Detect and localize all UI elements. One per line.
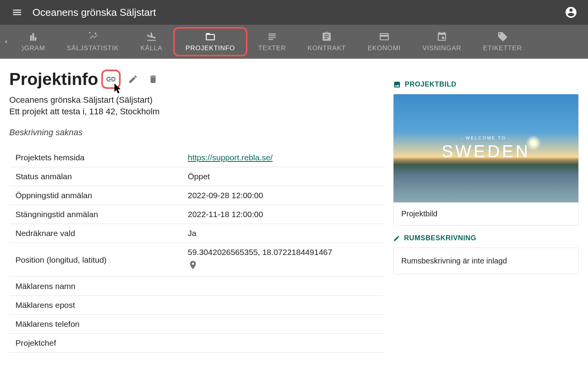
info-value: 2022-11-18 12:00:00 [182,205,384,224]
projektbild-header: PROJEKTBILD [393,80,579,88]
table-row: Projektets hemsidahttps://support.rebla.… [9,148,384,167]
title-actions [101,70,161,89]
delete-button[interactable] [145,71,161,87]
trash-icon [148,74,158,84]
info-value [182,315,384,334]
tab-label: )GRAM [22,44,45,52]
info-label: Stängningstid anmälan [9,205,182,224]
tab-ekonomi[interactable]: EKONOMI [357,27,412,56]
project-image: - WELCOME TO - SWEDEN [394,94,578,202]
info-table: Projektets hemsidahttps://support.rebla.… [9,148,384,353]
info-link[interactable]: https://support.rebla.se/ [188,153,273,162]
info-label: Mäklarens namn [9,277,182,296]
page-title-row: Projektinfo [9,70,384,89]
main-column: Projektinfo Oceanens grönska Säljstart (… [9,70,384,353]
content-area: Projektinfo Oceanens grönska Säljstart (… [0,59,588,353]
subject-icon [267,31,278,42]
tab-label: PROJEKTINFO [186,44,235,52]
insights-icon [87,31,98,42]
tab-saljstatistik[interactable]: SÄLJSTATISTIK [56,27,130,56]
label-icon [497,31,508,42]
table-row: Stängningstid anmälan2022-11-18 12:00:00 [9,205,384,224]
tab-label: KÄLLA [140,44,162,52]
position-text: 59.3042026565355, 18.0722184491467 [188,248,378,257]
table-row: Mäklarens namn [9,277,384,296]
image-icon [393,81,401,88]
table-row: Öppningstid anmälan2022-09-28 12:00:00 [9,186,384,205]
rumsbeskrivning-header-text: RUMSBESKRIVNING [404,234,476,242]
info-label: Projektets hemsida [9,148,182,167]
map-marker-button[interactable] [188,258,378,272]
cursor-indicator [114,83,124,97]
info-label: Öppningstid anmälan [9,186,182,205]
event-icon [436,31,447,42]
info-label: Nedräknare vald [9,224,182,243]
tab-etiketter[interactable]: ETIKETTER [472,27,533,56]
flight-land-icon [146,31,157,42]
chevron-left-icon [3,39,9,45]
bar-chart-icon [28,31,39,42]
pencil-icon [393,235,400,242]
project-address: Ett projekt att testa i, 118 42, Stockho… [9,107,384,117]
rumsbeskrivning-section: RUMSBESKRIVNING Rumsbeskrivning är inte … [393,234,579,274]
tab-label: KONTRAKT [308,44,346,52]
table-row: Position (longitud, latitud)59.304202656… [9,243,384,277]
info-value [182,277,384,296]
tab-kalla[interactable]: KÄLLA [130,27,173,56]
tab-label: ETIKETTER [483,44,522,52]
projektbild-header-text: PROJEKTBILD [405,80,457,88]
rumsbeskrivning-card[interactable]: Rumsbeskrivning är inte inlagd [393,248,579,274]
tab-label: VISNINGAR [423,44,462,52]
map-marker-icon [188,260,198,270]
menu-icon [12,7,22,18]
table-row: Mäklarens epost [9,296,384,315]
table-row: Mäklarens telefon [9,315,384,334]
credit-card-icon [379,31,390,42]
table-row: Projektchef [9,334,384,353]
link-button[interactable] [101,70,121,89]
info-label: Mäklarens telefon [9,315,182,334]
side-column: PROJEKTBILD - WELCOME TO - SWEDEN Projek… [393,70,579,353]
info-value: Öppet [182,167,384,186]
app-bar: Oceanens grönska Säljstart [0,0,588,25]
tab-projektinfo[interactable]: PROJEKTINFO [173,27,247,56]
scroll-left-button[interactable] [2,36,11,47]
tab-label: TEXTER [258,44,286,52]
info-label: Position (longitud, latitud) [9,243,182,277]
app-title: Oceanens grönska Säljstart [32,7,156,19]
info-value: 59.3042026565355, 18.0722184491467 [182,243,384,277]
info-value: https://support.rebla.se/ [182,148,384,167]
projektbild-card[interactable]: - WELCOME TO - SWEDEN Projektbild [393,94,579,226]
menu-button[interactable] [8,3,26,22]
info-label: Status anmälan [9,167,182,186]
account-button[interactable] [562,3,580,22]
tab-visningar[interactable]: VISNINGAR [412,27,472,56]
tab-texter[interactable]: TEXTER [247,27,297,56]
tab-label: SÄLJSTATISTIK [67,44,119,52]
info-label: Projektchef [9,334,182,353]
projektbild-section: PROJEKTBILD - WELCOME TO - SWEDEN Projek… [393,80,579,226]
tab-kontrakt[interactable]: KONTRAKT [297,27,357,56]
project-name: Oceanens grönska Säljstart (Säljstart) [9,95,384,105]
tab-bar: )GRAM SÄLJSTATISTIK KÄLLA PROJEKTINFO TE… [0,25,588,59]
info-value: 2022-09-28 12:00:00 [182,186,384,205]
table-row: Nedräknare valdJa [9,224,384,243]
pencil-icon [128,74,138,84]
info-label: Mäklarens epost [9,296,182,315]
tab-label: EKONOMI [368,44,401,52]
project-description: Beskrivning saknas [9,127,384,138]
tab-program[interactable]: )GRAM [11,27,56,56]
tabs-container: )GRAM SÄLJSTATISTIK KÄLLA PROJEKTINFO TE… [11,25,588,59]
assignment-icon [321,31,332,42]
link-icon [106,74,116,85]
table-row: Status anmälanÖppet [9,167,384,186]
image-overlay-text: - WELCOME TO - SWEDEN [441,136,530,161]
edit-button[interactable] [125,71,141,87]
projektbild-caption: Projektbild [394,202,578,225]
page-title: Projektinfo [9,70,98,89]
info-value [182,296,384,315]
folder-icon [205,31,216,42]
info-value: Ja [182,224,384,243]
account-icon [564,6,578,19]
rumsbeskrivning-header[interactable]: RUMSBESKRIVNING [393,234,579,242]
